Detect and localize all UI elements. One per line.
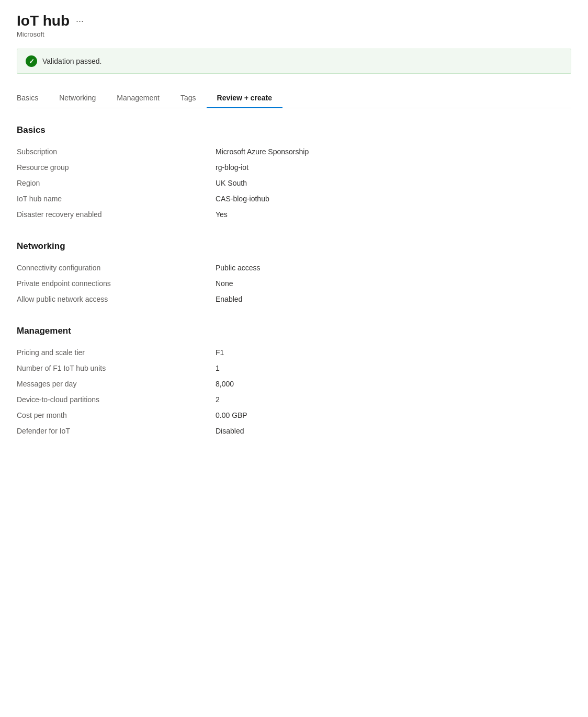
field-connectivity-config: Connectivity configuration Public access bbox=[17, 260, 571, 276]
field-label-private-endpoint: Private endpoint connections bbox=[17, 279, 216, 288]
networking-section: Networking Connectivity configuration Pu… bbox=[17, 241, 571, 307]
field-value-region: UK South bbox=[216, 179, 247, 187]
field-label-resource-group: Resource group bbox=[17, 163, 216, 172]
field-label-disaster-recovery: Disaster recovery enabled bbox=[17, 210, 216, 219]
page-subtitle: Microsoft bbox=[17, 30, 571, 38]
field-label-hub-units: Number of F1 IoT hub units bbox=[17, 364, 216, 372]
field-label-partitions: Device-to-cloud partitions bbox=[17, 395, 216, 404]
field-value-defender-for-iot: Disabled bbox=[216, 427, 244, 435]
field-label-iot-hub-name: IoT hub name bbox=[17, 195, 216, 203]
field-value-partitions: 2 bbox=[216, 395, 220, 404]
field-value-subscription: Microsoft Azure Sponsorship bbox=[216, 147, 309, 156]
field-messages-per-day: Messages per day 8,000 bbox=[17, 376, 571, 392]
field-value-cost-per-month: 0.00 GBP bbox=[216, 411, 247, 419]
validation-check-icon bbox=[26, 55, 37, 67]
page-header: IoT hub ··· Microsoft bbox=[17, 13, 571, 38]
field-value-hub-units: 1 bbox=[216, 364, 220, 372]
field-label-region: Region bbox=[17, 179, 216, 187]
field-region: Region UK South bbox=[17, 175, 571, 191]
field-value-disaster-recovery: Yes bbox=[216, 210, 228, 219]
field-label-defender-for-iot: Defender for IoT bbox=[17, 427, 216, 435]
field-pricing-tier: Pricing and scale tier F1 bbox=[17, 345, 571, 360]
field-value-iot-hub-name: CAS-blog-iothub bbox=[216, 195, 269, 203]
tab-management[interactable]: Management bbox=[106, 88, 170, 108]
tabs-nav: Basics Networking Management Tags Review… bbox=[17, 88, 571, 108]
field-hub-units: Number of F1 IoT hub units 1 bbox=[17, 360, 571, 376]
field-value-connectivity-config: Public access bbox=[216, 264, 261, 272]
field-private-endpoint: Private endpoint connections None bbox=[17, 276, 571, 291]
basics-section-title: Basics bbox=[17, 125, 571, 135]
field-cost-per-month: Cost per month 0.00 GBP bbox=[17, 407, 571, 423]
tab-networking[interactable]: Networking bbox=[49, 88, 106, 108]
field-label-messages-per-day: Messages per day bbox=[17, 380, 216, 388]
field-partitions: Device-to-cloud partitions 2 bbox=[17, 392, 571, 407]
field-value-resource-group: rg-blog-iot bbox=[216, 163, 248, 172]
field-value-allow-public-network: Enabled bbox=[216, 295, 242, 303]
tab-basics[interactable]: Basics bbox=[17, 88, 49, 108]
tab-tags[interactable]: Tags bbox=[170, 88, 207, 108]
page-title: IoT hub ··· bbox=[17, 13, 571, 29]
basics-section: Basics Subscription Microsoft Azure Spon… bbox=[17, 125, 571, 222]
field-label-cost-per-month: Cost per month bbox=[17, 411, 216, 419]
page-title-ellipsis: ··· bbox=[76, 16, 84, 27]
networking-section-title: Networking bbox=[17, 241, 571, 252]
field-label-connectivity-config: Connectivity configuration bbox=[17, 264, 216, 272]
management-section: Management Pricing and scale tier F1 Num… bbox=[17, 326, 571, 439]
field-value-pricing-tier: F1 bbox=[216, 348, 224, 357]
tab-review-create[interactable]: Review + create bbox=[207, 88, 282, 108]
page-title-text: IoT hub bbox=[17, 13, 70, 29]
field-subscription: Subscription Microsoft Azure Sponsorship bbox=[17, 144, 571, 160]
field-defender-for-iot: Defender for IoT Disabled bbox=[17, 423, 571, 439]
field-resource-group: Resource group rg-blog-iot bbox=[17, 160, 571, 175]
field-disaster-recovery: Disaster recovery enabled Yes bbox=[17, 207, 571, 222]
field-iot-hub-name: IoT hub name CAS-blog-iothub bbox=[17, 191, 571, 207]
field-label-allow-public-network: Allow public network access bbox=[17, 295, 216, 303]
field-label-subscription: Subscription bbox=[17, 147, 216, 156]
field-value-messages-per-day: 8,000 bbox=[216, 380, 234, 388]
field-allow-public-network: Allow public network access Enabled bbox=[17, 291, 571, 307]
field-label-pricing-tier: Pricing and scale tier bbox=[17, 348, 216, 357]
field-value-private-endpoint: None bbox=[216, 279, 233, 288]
management-section-title: Management bbox=[17, 326, 571, 336]
validation-text: Validation passed. bbox=[42, 57, 101, 65]
validation-banner: Validation passed. bbox=[17, 49, 571, 74]
